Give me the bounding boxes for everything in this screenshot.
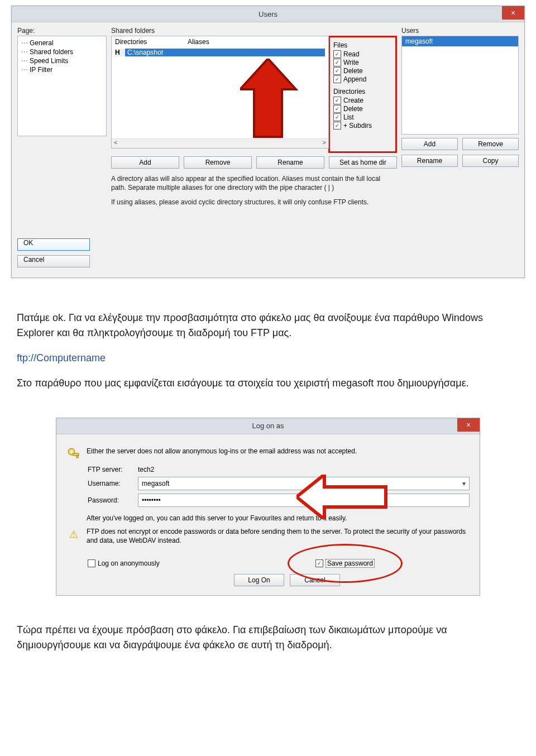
svg-point-1 xyxy=(70,450,73,453)
perm-list[interactable]: List xyxy=(333,113,392,121)
anon-checkbox[interactable]: Log on anonymously xyxy=(88,559,160,567)
ftp-server-label: FTP server: xyxy=(88,466,138,473)
page-label: Page: xyxy=(17,27,107,35)
checkbox-icon xyxy=(333,97,341,104)
files-label: Files xyxy=(333,41,392,49)
tree-item-general[interactable]: ⋯General xyxy=(20,39,104,47)
scrollbar[interactable]: < > xyxy=(112,138,328,148)
user-item[interactable]: megasoft xyxy=(402,36,518,46)
logon-dialog: Log on as × Either the server does not a… xyxy=(56,418,480,596)
alias-col-header: Aliases xyxy=(188,38,209,46)
users-label: Users xyxy=(401,27,519,35)
alias-help-2: If using aliases, please avoid cyclic di… xyxy=(111,198,397,207)
chevron-down-icon[interactable]: ▾ xyxy=(462,480,466,487)
checkbox-icon xyxy=(333,67,341,75)
checkbox-icon xyxy=(315,559,323,567)
checkbox-icon xyxy=(88,559,95,567)
dir-path[interactable]: C:\snapshot xyxy=(125,49,325,56)
close-icon: × xyxy=(511,8,515,17)
save-password-label: Save password xyxy=(326,559,375,568)
dir-add-button[interactable]: Add xyxy=(111,156,179,169)
password-input[interactable]: •••••••• xyxy=(138,494,470,507)
close-button[interactable]: × xyxy=(457,418,480,432)
cancel-button[interactable]: Cancel xyxy=(17,255,90,267)
permissions-panel: Files Read Write Delete Append Directori… xyxy=(328,36,397,153)
window-title: Log on as xyxy=(252,422,284,430)
username-input[interactable]: megasoft ▾ xyxy=(138,477,470,490)
ftp-server-value: tech2 xyxy=(138,466,154,473)
window-title: Users xyxy=(259,10,277,18)
perm-write[interactable]: Write xyxy=(333,59,392,66)
svg-rect-3 xyxy=(76,456,78,458)
shared-label: Shared folders xyxy=(111,27,397,35)
dir-remove-button[interactable]: Remove xyxy=(184,156,252,169)
doc-p4: Τώρα πρέπει να έχουμε πρόσβαση στο φάκελ… xyxy=(17,623,519,653)
directories-label: Directories xyxy=(333,88,392,95)
password-label: Password: xyxy=(88,496,138,504)
alias-help-1: A directory alias will also appear at th… xyxy=(111,174,397,192)
dir-col-header: Directories xyxy=(115,38,188,46)
page-tree[interactable]: ⋯General ⋯Shared folders ⋯Speed Limits ⋯… xyxy=(17,36,107,136)
username-label: Username: xyxy=(88,480,138,487)
tree-item-ipfilter[interactable]: ⋯IP Filter xyxy=(20,65,104,74)
tree-item-speed[interactable]: ⋯Speed Limits xyxy=(20,56,104,65)
set-home-button[interactable]: Set as home dir xyxy=(329,156,397,169)
doc-p3: Στο παράθυρο που μας εμφανίζεται εισάγου… xyxy=(17,376,519,391)
logon-button[interactable]: Log On xyxy=(234,574,284,586)
doc-p1: Πατάμε ok. Για να ελέγξουμε την προσβασι… xyxy=(17,310,519,341)
titlebar: Log on as × xyxy=(56,418,480,434)
key-icon xyxy=(66,447,81,461)
svg-rect-2 xyxy=(73,453,79,456)
ok-button[interactable]: OK xyxy=(17,238,90,251)
doc-p2: ftp://Computername xyxy=(17,351,519,366)
directories-list[interactable]: Directories Aliases H C:\snapshot < > xyxy=(111,36,329,149)
perm-append[interactable]: Append xyxy=(333,75,392,83)
perm-delete[interactable]: Delete xyxy=(333,67,392,75)
user-add-button[interactable]: Add xyxy=(401,138,458,150)
users-dialog: Users × Page: ⋯General ⋯Shared folders ⋯… xyxy=(11,6,525,278)
users-list[interactable]: megasoft xyxy=(401,36,519,135)
encrypt-warning: FTP does not encrypt or encode passwords… xyxy=(87,527,470,545)
close-button[interactable]: × xyxy=(502,6,524,20)
user-remove-button[interactable]: Remove xyxy=(462,138,519,150)
fav-message: After you've logged on, you can add this… xyxy=(87,514,470,523)
tree-item-shared[interactable]: ⋯Shared folders xyxy=(20,47,104,56)
perm-subdirs[interactable]: + Subdirs xyxy=(333,122,392,130)
checkbox-icon xyxy=(333,122,341,130)
titlebar: Users × xyxy=(12,6,524,22)
dir-rename-button[interactable]: Rename xyxy=(256,156,324,169)
perm-create[interactable]: Create xyxy=(333,97,392,104)
error-message: Either the server does not allow anonymo… xyxy=(87,447,470,456)
home-indicator: H xyxy=(115,49,125,56)
user-rename-button[interactable]: Rename xyxy=(401,155,458,167)
perm-read[interactable]: Read xyxy=(333,50,392,58)
checkbox-icon xyxy=(333,59,341,66)
close-icon: × xyxy=(466,420,471,429)
user-copy-button[interactable]: Copy xyxy=(462,155,519,167)
perm-ddelete[interactable]: Delete xyxy=(333,105,392,113)
checkbox-icon xyxy=(333,113,341,121)
cancel-button[interactable]: Cancel xyxy=(290,574,340,586)
annotation-arrow-icon xyxy=(240,59,302,142)
save-password-checkbox[interactable]: Save password xyxy=(315,559,375,568)
checkbox-icon xyxy=(333,105,341,113)
checkbox-icon xyxy=(333,75,341,83)
warning-icon: ⚠ xyxy=(66,527,81,542)
checkbox-icon xyxy=(333,50,341,58)
